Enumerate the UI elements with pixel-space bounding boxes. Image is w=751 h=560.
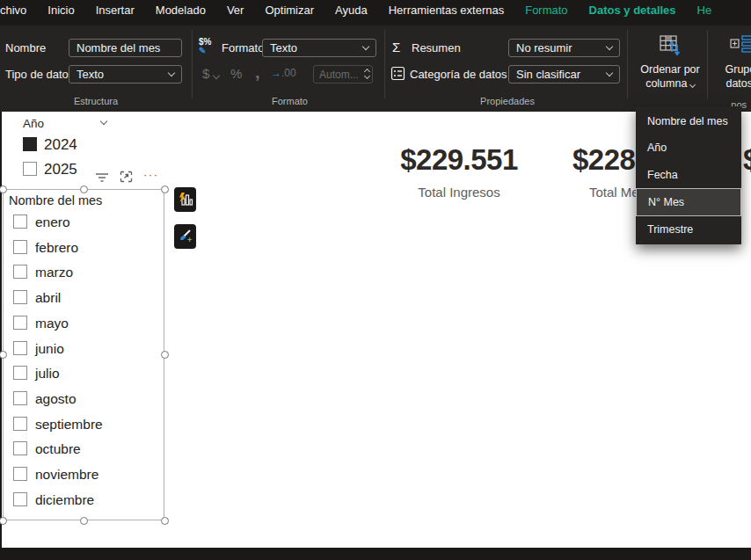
resize-handle-top-left[interactable]: [0, 185, 7, 193]
resize-handle-bottom-left[interactable]: [0, 517, 7, 525]
filter-icon[interactable]: [95, 172, 109, 183]
sort-by-column-button[interactable]: Ordenar por columna: [634, 29, 706, 105]
resize-handle-top-center[interactable]: [80, 185, 88, 193]
year-2025-checkbox[interactable]: [23, 162, 37, 176]
month-checkbox-noviembre[interactable]: [13, 467, 27, 481]
month-label-septiembre[interactable]: septiembre: [35, 417, 103, 433]
groups-button-line2: datos: [725, 77, 751, 90]
sort-menu-item-fecha[interactable]: Fecha: [636, 161, 741, 187]
month-checkbox-junio[interactable]: [13, 341, 27, 355]
data-groups-button[interactable]: Grupos datos: [712, 29, 751, 105]
year-2025-label[interactable]: 2025: [44, 161, 77, 178]
month-label-junio[interactable]: junio: [35, 341, 64, 357]
month-row-septiembre: septiembre: [2, 417, 164, 434]
column-name-input[interactable]: [69, 39, 182, 57]
menu-tab-optimizar[interactable]: Optimizar: [265, 4, 314, 17]
month-checkbox-febrero[interactable]: [13, 240, 27, 254]
sort-menu-item-a-o[interactable]: Año: [636, 135, 741, 161]
month-slicer-title: Nombre del mes: [9, 193, 102, 207]
month-label-octubre[interactable]: octubre: [35, 441, 81, 457]
resize-handle-mid-right[interactable]: [161, 351, 169, 359]
year-slicer-title: Año: [23, 117, 44, 130]
insights-chart-icon: [178, 192, 193, 207]
sort-menu-item-n-mes[interactable]: N° Mes: [636, 188, 741, 216]
more-options-icon[interactable]: ···: [143, 168, 159, 181]
month-label-diciembre[interactable]: diciembre: [35, 492, 94, 508]
month-checkbox-enero[interactable]: [13, 215, 27, 229]
month-row-abril: abril: [2, 290, 164, 308]
menu-tab-herramientas-externas[interactable]: Herramientas externas: [389, 4, 505, 17]
month-checkbox-octubre[interactable]: [13, 441, 27, 455]
chevron-down-icon: [689, 82, 696, 88]
month-label-agosto[interactable]: agosto: [35, 391, 77, 407]
menu-tab-formato[interactable]: Formato: [525, 4, 567, 17]
format-select[interactable]: Texto: [262, 39, 376, 57]
menu-tab-modelado[interactable]: Modelado: [156, 4, 206, 17]
format-brush-icon: +: [178, 229, 193, 244]
divider: [627, 30, 628, 98]
year-2024-label[interactable]: 2024: [44, 136, 77, 154]
month-checkbox-septiembre[interactable]: [13, 417, 27, 431]
data-category-select[interactable]: Sin clasificar: [508, 65, 620, 84]
month-row-octubre: octubre: [2, 441, 164, 459]
month-label-noviembre[interactable]: noviembre: [35, 467, 98, 483]
focus-mode-icon[interactable]: [120, 171, 133, 183]
data-groups-icon: [728, 33, 751, 59]
menu-tab-chivo[interactable]: chivo: [0, 4, 26, 17]
data-type-select[interactable]: Texto: [69, 65, 182, 84]
month-checkbox-abril[interactable]: [13, 290, 27, 304]
summary-label: Resumen: [412, 41, 461, 55]
currency-format-icon: $: [202, 66, 219, 81]
format-visual-button[interactable]: +: [174, 224, 196, 249]
menu-tab-he[interactable]: He: [697, 4, 712, 17]
month-label-marzo[interactable]: marzo: [35, 265, 73, 280]
menu-tab-datos-y-detalles[interactable]: Datos y detalles: [589, 4, 676, 17]
month-checkbox-agosto[interactable]: [13, 391, 27, 405]
properties-section-caption: Propiedades: [388, 96, 627, 106]
build-visual-button[interactable]: [174, 187, 196, 212]
month-row-enero: enero: [2, 215, 164, 232]
resize-handle-bottom-right[interactable]: [161, 517, 169, 525]
menu-tab-ayuda[interactable]: Ayuda: [335, 4, 368, 17]
month-checkbox-diciembre[interactable]: [13, 492, 27, 506]
menu-tab-inicio[interactable]: Inicio: [47, 4, 74, 17]
thousands-separator-icon: ,: [255, 62, 260, 83]
month-checkbox-marzo[interactable]: [13, 265, 27, 279]
chevron-down-icon: [606, 69, 613, 76]
month-checkbox-mayo[interactable]: [13, 316, 27, 330]
menu-tab-ver[interactable]: Ver: [227, 4, 244, 17]
sort-menu-item-nombre-del-mes[interactable]: Nombre del mes: [636, 108, 741, 135]
month-label-febrero[interactable]: febrero: [35, 240, 78, 256]
decimal-places-icon: →.00: [271, 67, 296, 79]
data-type-label: Tipo de datos: [5, 68, 74, 81]
resize-handle-top-right[interactable]: [161, 185, 169, 193]
data-category-value: Sin clasificar: [516, 68, 580, 81]
month-row-mayo: mayo: [2, 316, 164, 333]
year-slicer-collapse-chevron[interactable]: [100, 118, 107, 125]
decimal-count-spinner: Autom...: [313, 65, 373, 84]
sort-button-line2: columna: [645, 77, 687, 90]
percent-format-icon: %: [230, 66, 242, 81]
month-label-enero[interactable]: enero: [35, 215, 70, 230]
month-checkbox-julio[interactable]: [13, 366, 27, 380]
divider: [384, 30, 385, 98]
sort-menu-item-trimestre[interactable]: Trimestre: [636, 216, 741, 243]
svg-text:+: +: [187, 236, 192, 244]
groups-button-line1: Grupos: [725, 63, 751, 76]
spinner-arrows[interactable]: [365, 68, 369, 78]
month-row-febrero: febrero: [2, 240, 164, 258]
sort-by-column-menu: Nombre del mesAñoFechaN° MesTrimestre: [636, 106, 741, 244]
month-row-agosto: agosto: [2, 391, 164, 409]
sigma-icon: Σ: [392, 40, 400, 55]
month-label-julio[interactable]: julio: [35, 366, 60, 382]
summary-value: No resumir: [516, 41, 572, 55]
summary-select[interactable]: No resumir: [508, 39, 620, 57]
month-label-mayo[interactable]: mayo: [35, 316, 69, 331]
divider: [192, 30, 193, 98]
format-section-caption: Formato: [195, 96, 384, 106]
year-2024-checkbox[interactable]: [23, 137, 37, 151]
month-label-abril[interactable]: abril: [35, 290, 61, 306]
menu-tab-insertar[interactable]: Insertar: [96, 4, 135, 17]
resize-handle-bottom-center[interactable]: [80, 517, 88, 525]
divider: [707, 30, 708, 98]
